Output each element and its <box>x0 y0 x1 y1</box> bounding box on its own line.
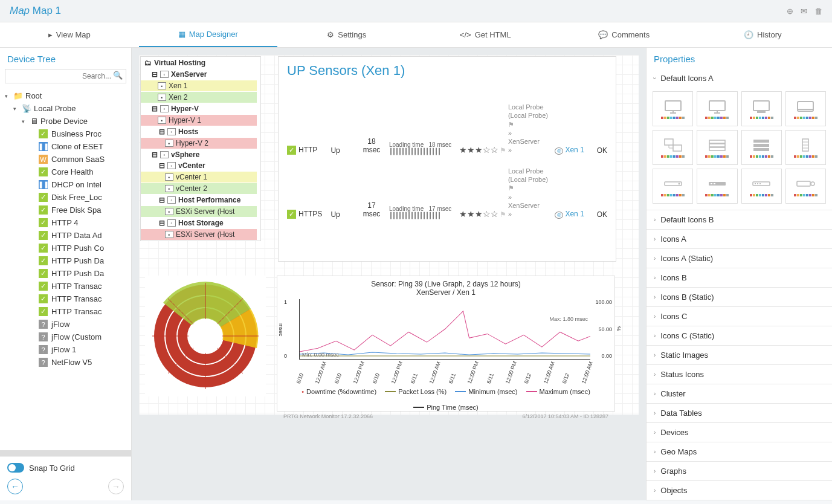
prop-section-header[interactable]: ›Geo Maps <box>647 442 832 461</box>
status-icon: ❚❚ <box>39 142 48 151</box>
sensor-label: Free Disk Spa <box>51 205 101 215</box>
tree-sensor[interactable]: WCommon SaaS <box>36 153 129 166</box>
tree-root[interactable]: ▾📁Root <box>2 89 129 102</box>
prop-section-header[interactable]: ›Devices <box>647 423 832 442</box>
prop-section-default-icons-a[interactable]: › Default Icons A <box>647 69 832 88</box>
tree-sensor[interactable]: ✓Core Health <box>36 166 129 178</box>
tree-device[interactable]: ▪Hyper-V 2 <box>141 138 257 149</box>
prop-section-header[interactable]: ›Objects <box>647 481 832 500</box>
tree-sensor[interactable]: ✓Disk Free_Loc <box>36 191 129 204</box>
prop-section-header[interactable]: ›Graphs <box>647 462 832 480</box>
tree-sensor[interactable]: ✓HTTP Transac <box>36 292 129 305</box>
device-tree-title: Device Tree <box>0 48 131 69</box>
sensor-row[interactable]: ✓HTTPS Up 17msec Loading time 17 msec┃┃┃… <box>287 161 607 225</box>
tree-local-probe[interactable]: ▾📡Local Probe <box>11 102 129 115</box>
tree-subgroup[interactable]: ⊟▫Host Storage <box>141 218 260 228</box>
status-icon: ? <box>39 358 48 367</box>
icon-option[interactable] <box>741 130 782 165</box>
map-canvas-area[interactable]: 🗂Virtual Hosting ⊟▫XenServer▪Xen 1▪Xen 2… <box>132 48 646 500</box>
tree-probe-device[interactable]: ▾🖥Probe Device <box>19 115 129 128</box>
prop-section-header[interactable]: ›Icons C (Static) <box>647 326 832 345</box>
tree-sensor[interactable]: ?NetFlow V5 <box>36 356 129 369</box>
icon-option[interactable] <box>785 91 826 126</box>
tree-subgroup[interactable]: ⊟▫Host Performance <box>141 195 260 205</box>
tab-history[interactable]: 🕘History <box>694 22 833 47</box>
tree-sensor[interactable]: ✓Free Disk Spa <box>36 204 129 216</box>
prop-section-header[interactable]: ›Icons C <box>647 307 832 326</box>
tree-subgroup[interactable]: ⊟▫Hosts <box>141 126 260 137</box>
tree-sensor[interactable]: ?jFlow <box>36 318 129 331</box>
add-icon[interactable]: ⊕ <box>787 7 793 16</box>
sensor-row[interactable]: ✓HTTP Up 18msec Loading time 18 msec┃┃┃┃… <box>287 97 607 161</box>
mail-icon[interactable]: ✉ <box>801 7 807 16</box>
tree-sensor[interactable]: ✓HTTP Push Da <box>36 267 129 280</box>
icon-option[interactable] <box>697 130 737 165</box>
tree-sensor[interactable]: ✓HTTP Transac <box>36 305 129 318</box>
prop-section-header[interactable]: ›Cluster <box>647 384 832 403</box>
search-icon[interactable]: 🔍 <box>113 71 123 80</box>
tree-device[interactable]: ▪vCenter 1 <box>141 172 257 183</box>
tab-comments[interactable]: 💬Comments <box>555 22 694 47</box>
prop-section-header[interactable]: ›Icons A (Static) <box>647 249 832 268</box>
tree-device[interactable]: ▪ESXi Server (Host <box>141 206 257 217</box>
tree-device[interactable]: ▪ESXi Server (Host <box>141 229 257 240</box>
search-input[interactable] <box>5 69 126 83</box>
tree-device[interactable]: ▪Hyper-V 1 <box>141 115 257 126</box>
tree-scrollbar[interactable] <box>0 450 131 456</box>
tab-settings[interactable]: ⚙Settings <box>277 22 416 47</box>
tree-device[interactable]: ▪Xen 2 <box>141 92 257 103</box>
tree-subgroup[interactable]: ⊟▫vCenter <box>141 160 260 171</box>
tree-sensor[interactable]: ✓HTTP Push Da <box>36 254 129 267</box>
prop-section-header[interactable]: ›Icons A <box>647 230 832 248</box>
chevron-right-icon: › <box>654 371 656 378</box>
prop-section-header[interactable]: ›Status Icons <box>647 365 832 384</box>
tree-sensor[interactable]: ?jFlow (Custom <box>36 331 129 343</box>
map-canvas[interactable]: 🗂Virtual Hosting ⊟▫XenServer▪Xen 1▪Xen 2… <box>139 55 639 415</box>
tree-sensor[interactable]: ✓HTTP Push Co <box>36 242 129 254</box>
icon-option[interactable] <box>785 130 826 165</box>
device-tree[interactable]: ▾📁Root ▾📡Local Probe ▾🖥Probe Device ✓Bus… <box>0 87 131 449</box>
nav-forward-button: → <box>108 479 124 494</box>
widget-sunburst[interactable] <box>145 276 266 396</box>
tree-device[interactable]: ▪Xen 1 <box>141 80 257 91</box>
status-icon: ✓ <box>287 210 296 219</box>
svg-rect-29 <box>753 140 769 143</box>
icon-option[interactable] <box>785 169 826 204</box>
status-icon: ? <box>39 320 48 329</box>
prop-section-header[interactable]: ›Icons B <box>647 268 832 287</box>
tab-view-map[interactable]: ▸View Map <box>0 22 139 47</box>
svg-rect-43 <box>757 183 758 184</box>
tree-sensor[interactable]: ✓Business Proc <box>36 128 129 140</box>
tree-sensor[interactable]: ❚❚DHCP on Intel <box>36 178 129 191</box>
icon-option[interactable] <box>653 130 693 165</box>
tab-map-designer[interactable]: ▦Map Designer <box>139 22 278 47</box>
prop-section-header[interactable]: ›Data Tables <box>647 404 832 422</box>
snap-to-grid-toggle[interactable] <box>7 463 24 473</box>
prop-section-header[interactable]: ›Static Images <box>647 346 832 364</box>
icon-option[interactable] <box>653 91 693 126</box>
widget-ping-chart[interactable]: Sensor: Ping 39 (Live Graph, 2 days 12 h… <box>277 276 615 412</box>
tree-sensor[interactable]: ✓HTTP 4 <box>36 216 129 229</box>
widget-virtual-hosting-tree[interactable]: 🗂Virtual Hosting ⊟▫XenServer▪Xen 1▪Xen 2… <box>140 56 261 241</box>
delete-icon[interactable]: 🗑 <box>814 7 822 16</box>
tree-sensor[interactable]: ✓HTTP Transac <box>36 280 129 292</box>
tree-device[interactable]: ▪vCenter 2 <box>141 183 257 194</box>
icon-option[interactable] <box>653 169 693 204</box>
tree-group[interactable]: ⊟▫vSphere <box>141 149 260 160</box>
icon-option[interactable] <box>741 91 782 126</box>
prop-section-header[interactable]: ›Default Icons B <box>647 210 832 229</box>
chevron-right-icon: › <box>654 255 656 262</box>
tree-sensor[interactable]: ❚❚Clone of ESET <box>36 140 129 153</box>
widget-up-sensors[interactable]: UP Sensors (Xen 1) ✓HTTP Up 18msec Loadi… <box>278 56 616 262</box>
nav-back-button[interactable]: ← <box>7 479 23 494</box>
icon-option[interactable] <box>697 91 737 126</box>
tab-get-html[interactable]: </>Get HTML <box>416 22 555 47</box>
tree-group[interactable]: ⊟▫Hyper-V <box>141 103 260 114</box>
tree-sensor[interactable]: ?jFlow 1 <box>36 343 129 356</box>
icon-option[interactable] <box>697 169 737 204</box>
tree-group[interactable]: ⊟▫XenServer <box>141 69 260 80</box>
icon-option[interactable] <box>741 169 782 204</box>
status-icon: ✓ <box>39 244 48 253</box>
tree-sensor[interactable]: ✓HTTP Data Ad <box>36 229 129 242</box>
prop-section-header[interactable]: ›Icons B (Static) <box>647 288 832 306</box>
